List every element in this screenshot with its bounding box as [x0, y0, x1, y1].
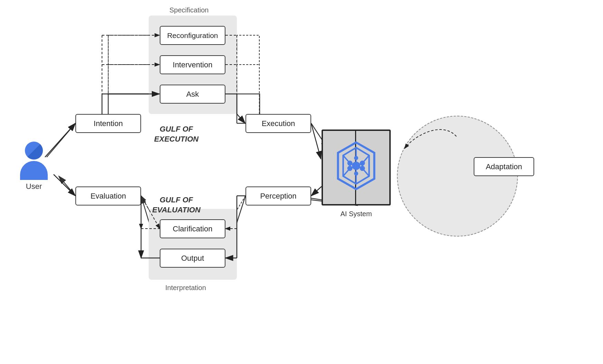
intention-box: Intention [75, 114, 141, 133]
svg-line-42 [237, 114, 245, 123]
ai-system-container [322, 130, 391, 205]
reconfiguration-box: Reconfiguration [160, 26, 225, 45]
output-box: Output [160, 249, 225, 268]
user-label: User [26, 182, 42, 191]
svg-line-43 [311, 123, 321, 159]
interpretation-label: Interpretation [165, 284, 206, 292]
gulf-evaluation-label: GULF OFEVALUATION [142, 195, 211, 215]
intervention-box: Intervention [160, 55, 225, 74]
svg-line-57 [45, 123, 75, 157]
gulf-execution-label: GULF OFEXECUTION [142, 124, 211, 144]
diagram-container: Specification Interpretation [0, 0, 603, 364]
evaluation-box: Evaluation [75, 186, 141, 205]
specification-label: Specification [169, 6, 208, 14]
user-body-icon [20, 161, 48, 180]
adaptation-box: Adaptation [474, 157, 534, 176]
ai-system-label: AI System [325, 210, 387, 218]
user-head-icon [25, 142, 43, 160]
perception-box: Perception [245, 186, 311, 205]
user-figure: User [20, 142, 48, 191]
clarification-box: Clarification [160, 219, 225, 238]
svg-line-44 [311, 186, 322, 196]
svg-line-56 [54, 174, 75, 196]
ask-box: Ask [160, 85, 225, 104]
clean-arrows [0, 0, 603, 364]
execution-box: Execution [245, 114, 311, 133]
